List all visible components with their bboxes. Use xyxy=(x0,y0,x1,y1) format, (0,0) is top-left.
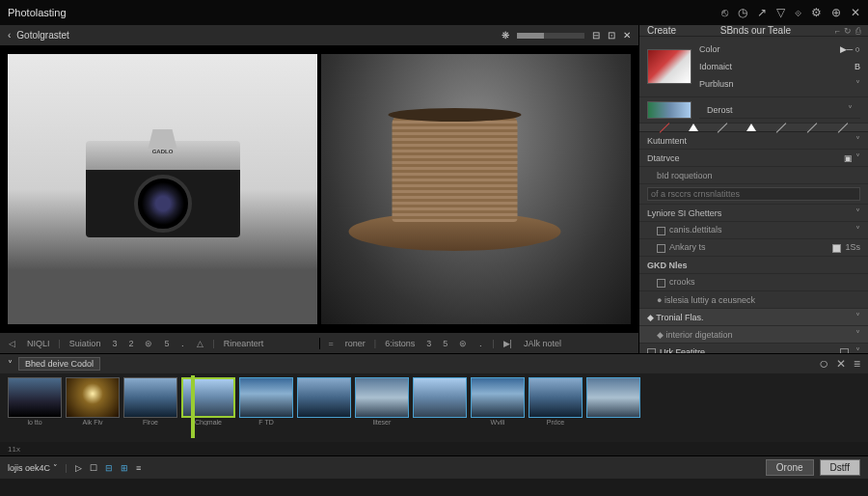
next-icon[interactable]: ▶| xyxy=(501,338,515,349)
thumbnail[interactable]: liteser xyxy=(355,377,409,426)
interior-label[interactable]: interior digetation xyxy=(666,330,733,340)
chevron-down-icon[interactable]: ˅ xyxy=(855,152,860,163)
color-label: Color xyxy=(699,44,720,54)
thumbnail[interactable]: F TD xyxy=(239,377,293,426)
chevron-down-icon[interactable]: ˅ xyxy=(848,104,853,115)
tb-istons[interactable]: 6:istons xyxy=(382,338,418,349)
close-icon[interactable]: ✕ xyxy=(851,6,860,19)
triangle-icon[interactable] xyxy=(746,124,756,131)
footer-dropdown[interactable]: lojis oek4C ˅ xyxy=(8,463,58,473)
tb-circle-icon[interactable]: ⊜ xyxy=(142,338,155,349)
tronial-label[interactable]: Tronial Flas. xyxy=(656,313,703,322)
chevron-down-icon[interactable]: ˅ xyxy=(855,79,860,90)
checkbox[interactable] xyxy=(657,279,665,288)
thumbnail[interactable]: Wvili xyxy=(471,377,525,426)
sync-icon[interactable]: ⎋ xyxy=(721,6,728,19)
orone-button[interactable]: Orone xyxy=(766,459,814,476)
search-input[interactable] xyxy=(647,187,860,201)
filmstrip-thumbs[interactable]: lo ttoAik FlvFlroeChgmaleF TDliteserWvil… xyxy=(0,373,868,442)
thumbnail[interactable]: Prdce xyxy=(529,377,583,426)
record-icon[interactable]: ○ xyxy=(819,355,828,372)
expand-icon[interactable]: ⊡ xyxy=(608,30,615,41)
tab-create[interactable]: Create xyxy=(647,25,676,36)
chevron-down-icon[interactable]: ˅ xyxy=(855,225,860,235)
prev-icon[interactable]: ◁ xyxy=(6,338,18,349)
properties-panel: Create SBnds our Teale ⌐↻⎙ Color▶─ ○ Ido… xyxy=(638,25,868,353)
preview-right[interactable] xyxy=(321,54,631,324)
link-icon[interactable]: ⌐ xyxy=(835,26,840,36)
panel-tabs: Create SBnds our Teale ⌐↻⎙ xyxy=(639,25,868,37)
tag-icon[interactable]: ↻ xyxy=(844,26,852,36)
triangle-icon[interactable] xyxy=(689,124,698,131)
settings-icon[interactable]: ⚙ xyxy=(811,6,822,19)
wand-icon[interactable]: ⟐ xyxy=(795,6,801,19)
share-icon[interactable]: ↗ xyxy=(757,6,767,19)
main: ‹ Gotolgrastet ❋ ⊟ ⊡ ✕ GADLO xyxy=(0,25,868,353)
collapse-icon[interactable]: ⊟ xyxy=(592,30,600,41)
panel-close-icon[interactable]: ✕ xyxy=(623,30,631,41)
tb-num: 3 xyxy=(423,338,434,349)
chevron-down-icon[interactable]: ˅ xyxy=(855,207,860,218)
chevron-down-icon[interactable]: ˅ xyxy=(8,359,13,370)
slash-icon xyxy=(806,123,817,133)
thumbnail[interactable]: Aik Flv xyxy=(66,377,120,426)
menu-icon[interactable]: ≡ xyxy=(854,357,860,371)
tb-suiation[interactable]: Suiation xyxy=(67,338,104,349)
tb-rineantert[interactable]: Rineantert xyxy=(221,338,267,349)
image-icon[interactable]: ▣ xyxy=(844,153,853,163)
chevron-down-icon[interactable]: ˅ xyxy=(855,346,860,353)
bullet-icon: ◆ xyxy=(647,313,654,322)
purblusn-label: Purblusn xyxy=(699,79,734,89)
back-icon[interactable]: ‹ xyxy=(8,30,11,41)
thumbnail[interactable] xyxy=(413,377,467,419)
tab-sbnds[interactable]: SBnds our Teale xyxy=(720,25,791,36)
footer: lojis oek4C ˅ | ▷ ☐ ⊟ ⊞ ≡ Orone Dstff xyxy=(0,455,868,479)
color-swatch[interactable] xyxy=(647,49,692,84)
tb-jalk[interactable]: JAlk notel xyxy=(521,338,564,349)
filmstrip-header: ˅ Bhed deive Codol ○ ✕ ≡ xyxy=(0,354,868,373)
stop-icon[interactable]: ☐ xyxy=(90,463,97,473)
tb-eq-icon[interactable]: = xyxy=(326,338,337,349)
gradient-swatch[interactable] xyxy=(647,101,692,119)
gear-icon[interactable]: ⎙ xyxy=(855,26,860,36)
checkbox[interactable] xyxy=(657,227,665,235)
chevron-down-icon[interactable]: ˅ xyxy=(855,312,860,322)
thumbnail[interactable]: Flroe xyxy=(123,377,177,426)
thumbnail[interactable]: lo tto xyxy=(8,377,62,426)
view2-icon[interactable]: ⊞ xyxy=(121,463,128,473)
slash-icon xyxy=(838,123,849,133)
preview-area: GADLO xyxy=(0,46,638,332)
toolbar-right: = roner | 6:istons 3 5 ⊜ ᎐ | ▶| JAlk not… xyxy=(320,338,639,349)
color-value[interactable]: ▶─ ○ xyxy=(840,44,860,54)
playhead[interactable] xyxy=(191,375,195,438)
kutumtent-label: Kutumtent xyxy=(647,136,687,146)
thumbnail[interactable]: Chgmale xyxy=(181,377,235,426)
chevron-down-icon[interactable]: ˅ xyxy=(855,329,860,340)
titlebar: Photolasting ⎋ ◷ ↗ ▽ ⟐ ⚙ ⊕ ✕ xyxy=(0,0,868,25)
ankary-value: 1Ss xyxy=(845,242,860,252)
view1-icon[interactable]: ⊟ xyxy=(105,463,113,473)
list-icon[interactable]: ≡ xyxy=(136,463,141,473)
dstff-button[interactable]: Dstff xyxy=(820,459,860,476)
clear-icon[interactable]: ✕ xyxy=(836,357,846,371)
clock-icon[interactable]: ◷ xyxy=(738,6,747,19)
dtatrvce-label: Dtatrvce xyxy=(647,153,680,163)
tb-circle-icon[interactable]: ⊜ xyxy=(456,338,470,349)
grid-icon[interactable]: ⊕ xyxy=(831,6,841,19)
checkbox[interactable] xyxy=(832,244,841,253)
thumbnail[interactable] xyxy=(586,377,640,419)
chevron-down-icon[interactable]: ˅ xyxy=(855,135,860,146)
flag-icon[interactable]: ▽ xyxy=(776,6,785,19)
gradient-swatch-row: Derost˅ xyxy=(639,97,868,124)
thumbnail[interactable] xyxy=(297,377,351,419)
tb-tri-icon[interactable]: △ xyxy=(194,338,206,349)
tb-mark: ᎐ xyxy=(475,338,486,349)
filmstrip-dropdown[interactable]: Bhed deive Codol xyxy=(18,357,100,371)
checkbox[interactable] xyxy=(657,244,665,253)
curve-editor[interactable] xyxy=(639,124,868,132)
play-icon[interactable]: ▷ xyxy=(75,463,82,473)
preview-left[interactable]: GADLO xyxy=(8,54,317,324)
toolbar-left: ◁ NIQLI | Suiation 3 2 ⊜ 5 ᎐ △ | Rineant… xyxy=(0,338,320,349)
gkd-label: GKD Nles xyxy=(647,261,688,270)
tb-label: NIQLI xyxy=(24,338,53,349)
